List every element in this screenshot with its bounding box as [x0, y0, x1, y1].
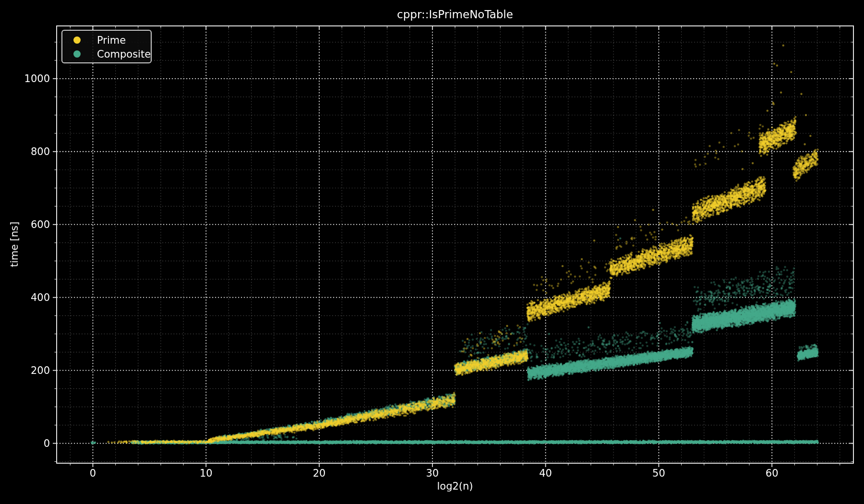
legend: Prime Composite — [61, 30, 152, 63]
x-tick-label: 0 — [90, 468, 96, 479]
y-tick-label: 400 — [31, 292, 50, 303]
prime-marker-icon — [73, 36, 81, 44]
legend-label-prime: Prime — [97, 35, 126, 46]
scatter-plot-canvas — [0, 0, 864, 504]
x-axis-label: log2(n) — [437, 480, 473, 492]
x-tick-label: 60 — [766, 468, 779, 479]
y-tick-label: 1000 — [24, 73, 50, 84]
chart-title: cppr::IsPrimeNoTable — [397, 8, 513, 21]
y-tick-label: 0 — [44, 438, 50, 449]
y-tick-label: 800 — [31, 146, 50, 157]
y-axis-label: time [ns] — [9, 222, 20, 267]
y-tick-label: 600 — [31, 219, 50, 230]
figure: cppr::IsPrimeNoTable time [ns] log2(n) 0… — [0, 0, 864, 504]
y-tick-label: 200 — [31, 365, 50, 376]
composite-marker-icon — [73, 50, 81, 58]
legend-item-prime: Prime — [62, 33, 151, 47]
x-tick-label: 30 — [426, 468, 439, 479]
x-tick-label: 20 — [313, 468, 326, 479]
legend-label-composite: Composite — [97, 48, 151, 60]
x-tick-label: 40 — [539, 468, 552, 479]
x-tick-label: 10 — [200, 468, 213, 479]
x-tick-label: 50 — [652, 468, 665, 479]
legend-item-composite: Composite — [62, 47, 151, 61]
